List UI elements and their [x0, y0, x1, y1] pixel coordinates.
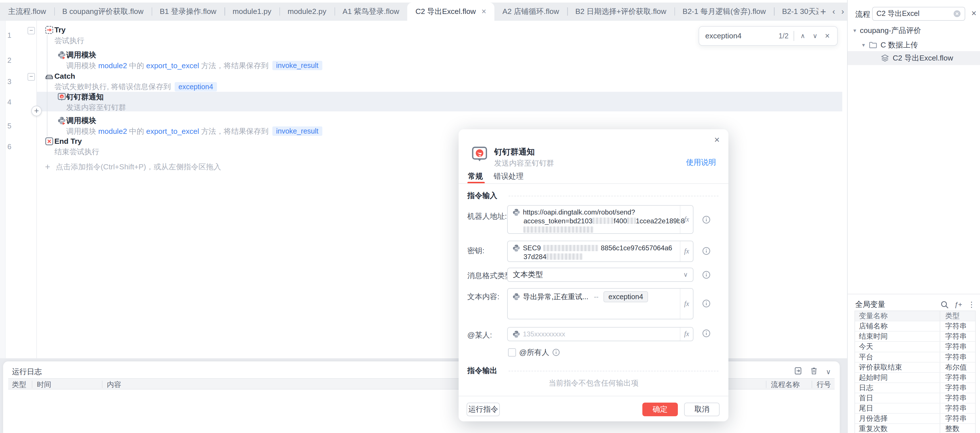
tab-item[interactable]: A1 紫鸟登录.flow [334, 3, 407, 21]
caret-down-icon[interactable]: ▾ [862, 42, 865, 48]
close-panel-icon[interactable]: × [972, 8, 977, 19]
desc-text: 调用模块 [66, 127, 98, 135]
module-link[interactable]: module2 [98, 61, 127, 70]
variable-row[interactable]: 首日字符串 [855, 393, 975, 403]
variable-chip[interactable]: invoke_result [272, 126, 322, 135]
variable-row[interactable]: 日志字符串 [855, 383, 975, 393]
collapse-log-icon[interactable]: ∨ [826, 368, 831, 376]
editor-edge-strip [0, 21, 6, 358]
clear-log-icon[interactable] [810, 367, 818, 377]
secret-field[interactable]: SEC98856c1ce97c657064a6 37d284 fx [507, 240, 694, 262]
scroll-tabs-right-icon[interactable]: › [842, 7, 844, 16]
dingtalk-notify-dialog: × 钉钉群通知 发送内容至钉钉群 使用说明 常规 错误处理 指令输入 机器人地址… [459, 129, 729, 421]
method-link[interactable]: export_to_excel [146, 61, 199, 70]
step-catch[interactable]: Catch 尝试失败时执行, 将错误信息保存到exception4 [0, 72, 842, 91]
search-input[interactable] [705, 32, 773, 40]
info-icon[interactable] [702, 247, 711, 255]
info-icon[interactable] [552, 349, 560, 356]
previous-match-icon[interactable]: ∧ [799, 32, 807, 40]
more-options-icon[interactable]: ⋮ [968, 300, 975, 309]
tab-item[interactable]: B2-1 30天逻辑.flow [774, 3, 818, 21]
cancel-button[interactable]: 取消 [684, 403, 720, 416]
at-all-label: @所有人 [519, 347, 549, 357]
log-column-type[interactable]: 类型 [12, 380, 26, 390]
add-variable-icon[interactable]: ƒ+ [954, 301, 962, 309]
tab-item-active[interactable]: C2 导出Excel.flow × [407, 3, 494, 21]
info-icon[interactable] [702, 271, 711, 279]
variable-row[interactable]: 月份选择字符串 [855, 414, 975, 424]
dingtalk-icon [471, 146, 488, 162]
tab-item[interactable]: B1 登录操作.flow [152, 3, 224, 21]
step-dingtalk-notify[interactable]: 钉钉群通知 发送内容至钉钉群 [0, 92, 842, 112]
log-column-time[interactable]: 时间 [37, 380, 51, 390]
tab-item[interactable]: B2-1 每月逻辑(舍弃).flow [675, 3, 774, 21]
log-column-flow-name[interactable]: 流程名称 [771, 380, 800, 390]
redacted-text [592, 218, 614, 224]
tab-item[interactable]: B2 日期选择+评价获取.flow [567, 3, 675, 21]
variable-row[interactable]: 尾日字符串 [855, 403, 975, 414]
add-instruction-hint[interactable]: + 点击添加指令(Ctrl+Shift+P)，或从左侧指令区拖入 [45, 162, 221, 172]
tab-item[interactable]: module2.py [280, 3, 334, 21]
module-link[interactable]: module2 [98, 127, 127, 135]
collapse-block-toggle[interactable]: − [27, 73, 35, 80]
tab-item[interactable]: A2 店铺循环.flow [495, 3, 567, 21]
usage-help-link[interactable]: 使用说明 [686, 158, 716, 167]
tab-item[interactable]: B coupang评价获取.flow [54, 3, 152, 21]
fx-expression-icon[interactable]: fx [680, 328, 693, 341]
run-instruction-button[interactable]: 运行指令 [466, 403, 500, 416]
add-tab-icon[interactable]: + [820, 6, 826, 18]
variable-chip[interactable]: exception4 [175, 82, 217, 91]
tab-general[interactable]: 常规 [468, 171, 483, 181]
flow-search-input[interactable] [877, 10, 951, 18]
next-match-icon[interactable]: ∨ [811, 32, 819, 40]
robot-url-field[interactable]: https://oapi.dingtalk.com/robot/send? ac… [507, 205, 694, 234]
message-type-select[interactable]: 文本类型 ∨ [507, 267, 694, 282]
collapse-block-toggle[interactable]: − [27, 27, 35, 34]
at-person-field[interactable]: fx [507, 327, 694, 342]
text-content-field[interactable]: 导出异常,正在重试... -- exception4 fx [507, 288, 694, 319]
tab-item[interactable]: 主流程.flow [0, 3, 54, 21]
fx-expression-icon[interactable]: fx [680, 289, 693, 319]
insert-step-button[interactable]: + [31, 106, 42, 116]
variable-type: 字符串 [940, 342, 975, 352]
info-icon[interactable] [702, 216, 711, 224]
tab-error-handling[interactable]: 错误处理 [493, 171, 523, 181]
fx-expression-icon[interactable]: fx [680, 206, 693, 233]
variable-row[interactable]: 店铺名称字符串 [855, 322, 975, 331]
confirm-button[interactable]: 确定 [642, 403, 678, 416]
tree-item-project[interactable]: ▾ coupang-产品评价 [848, 24, 980, 38]
at-all-checkbox[interactable] [508, 348, 516, 357]
info-icon[interactable] [702, 329, 711, 337]
variable-name: 尾日 [855, 403, 939, 413]
variable-row[interactable]: 今天字符串 [855, 342, 975, 352]
variable-chip[interactable]: exception4 [603, 291, 648, 302]
clear-search-icon[interactable] [953, 10, 961, 18]
at-person-input[interactable] [523, 330, 677, 338]
close-dialog-icon[interactable]: × [714, 134, 720, 145]
variable-row[interactable]: 平台字符串 [855, 352, 975, 363]
tree-item-flow-selected[interactable]: C2 导出Excel.flow [848, 51, 980, 65]
tree-item-folder[interactable]: ▾ C 数据上传 [848, 38, 980, 52]
scroll-tabs-left-icon[interactable]: ‹ [832, 7, 835, 16]
column-variable-name: 变量名称 [855, 311, 939, 321]
tab-item[interactable]: module1.py [224, 3, 280, 21]
fx-expression-icon[interactable]: fx [680, 241, 693, 261]
method-link[interactable]: export_to_excel [146, 127, 199, 135]
log-column-content[interactable]: 内容 [107, 380, 121, 390]
close-icon[interactable]: × [481, 7, 486, 16]
variable-row[interactable]: 结束时间字符串 [855, 331, 975, 342]
info-icon[interactable] [702, 299, 711, 308]
export-log-icon[interactable] [794, 367, 802, 377]
log-column-line-no[interactable]: 行号 [816, 380, 831, 390]
variable-chip[interactable]: invoke_result [272, 61, 322, 70]
variable-row[interactable]: 重复次数整数 [855, 424, 975, 433]
close-search-icon[interactable]: × [824, 31, 831, 41]
variable-row[interactable]: 评价获取结束布尔值 [855, 363, 975, 373]
variable-row[interactable]: 起始时间字符串 [855, 373, 975, 383]
tree-item-label: C2 导出Excel.flow [893, 53, 953, 63]
python-module-icon [57, 116, 66, 125]
variable-type: 字符串 [940, 383, 975, 393]
search-variables-icon[interactable] [940, 301, 949, 309]
caret-down-icon[interactable]: ▾ [853, 27, 856, 34]
step-invoke-module[interactable]: 调用模块 调用模块 module2 中的 export_to_excel 方法，… [0, 51, 842, 70]
